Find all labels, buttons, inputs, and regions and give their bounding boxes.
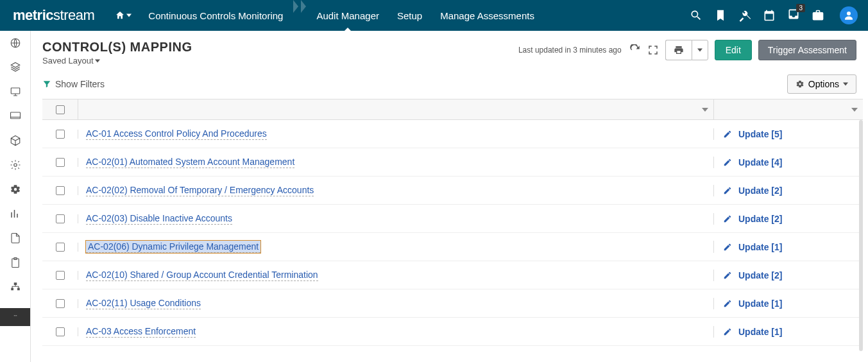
row-checkbox[interactable] — [56, 214, 65, 223]
update-link[interactable]: Update [1] — [738, 242, 782, 252]
trigger-assessment-button[interactable]: Trigger Assessment — [758, 40, 856, 60]
edit-icon[interactable] — [723, 271, 732, 280]
print-dropdown[interactable] — [692, 40, 708, 60]
edit-icon[interactable] — [723, 186, 732, 195]
fullscreen-icon[interactable] — [647, 44, 659, 56]
svg-point-11 — [15, 315, 15, 316]
row-checkbox-cell — [42, 186, 78, 195]
briefcase-icon[interactable] — [812, 9, 824, 22]
left-sidebar — [0, 31, 31, 362]
tools-icon[interactable] — [738, 9, 751, 22]
row-checkbox[interactable] — [56, 130, 65, 139]
sidebar-clipboard-icon[interactable] — [10, 257, 21, 268]
control-link[interactable]: AC-02(06) Dynamic Privilege Management — [86, 241, 260, 253]
show-filters-label: Show Filters — [55, 79, 105, 89]
svg-point-4 — [13, 164, 17, 167]
update-link[interactable]: Update [1] — [738, 327, 782, 337]
row-action-cell: Update [2] — [714, 270, 863, 280]
edit-icon[interactable] — [723, 327, 732, 336]
nav-item[interactable]: Continuous Controls Monitoring — [139, 0, 292, 31]
row-name-cell: AC-02(11) Usage Conditions — [78, 298, 714, 309]
nav-item[interactable]: Audit Manager — [307, 0, 388, 31]
caret-down-icon — [95, 59, 100, 63]
edit-icon[interactable] — [723, 130, 732, 139]
sidebar-more[interactable] — [0, 308, 30, 326]
sidebar-layers-icon[interactable] — [10, 62, 21, 73]
row-checkbox-cell — [42, 214, 78, 223]
saved-layout-dropdown[interactable]: Saved Layout — [42, 56, 192, 65]
header-name-cell[interactable] — [78, 99, 714, 119]
printer-icon — [674, 45, 684, 55]
row-checkbox-cell — [42, 243, 78, 252]
svg-rect-7 — [13, 282, 17, 285]
row-checkbox-cell — [42, 327, 78, 336]
row-checkbox[interactable] — [56, 158, 65, 167]
update-link[interactable]: Update [2] — [738, 214, 782, 224]
table-row: AC-02(10) Shared / Group Account Credent… — [42, 261, 863, 289]
notifications[interactable]: 3 — [787, 8, 800, 23]
row-name-cell: AC-02(01) Automated System Account Manag… — [78, 157, 714, 168]
control-link[interactable]: AC-02(01) Automated System Account Manag… — [86, 157, 294, 168]
print-button-group — [665, 40, 708, 60]
nav-home[interactable] — [107, 10, 139, 21]
refresh-icon[interactable] — [629, 44, 641, 56]
edit-icon[interactable] — [723, 214, 732, 223]
calendar-icon[interactable] — [763, 9, 776, 22]
svg-rect-9 — [17, 288, 20, 291]
row-checkbox-cell — [42, 158, 78, 167]
print-button[interactable] — [665, 40, 692, 60]
options-button[interactable]: Options — [787, 74, 856, 94]
row-checkbox[interactable] — [56, 186, 65, 195]
search-icon[interactable] — [690, 9, 702, 22]
page-title: CONTROL(S) MAPPING — [42, 40, 192, 55]
row-action-cell: Update [1] — [714, 327, 863, 337]
nav-item[interactable]: Setup — [388, 0, 431, 31]
update-link[interactable]: Update [2] — [738, 270, 782, 280]
edit-icon[interactable] — [723, 299, 732, 308]
row-checkbox[interactable] — [56, 243, 65, 252]
brand-logo[interactable]: metricstream — [0, 7, 107, 24]
update-link[interactable]: Update [4] — [738, 157, 782, 168]
row-checkbox-cell — [42, 299, 78, 308]
nav-item[interactable]: Manage Assessments — [431, 0, 543, 31]
show-filters-toggle[interactable]: Show Filters — [42, 79, 105, 89]
control-link[interactable]: AC-02(11) Usage Conditions — [86, 298, 201, 309]
control-link[interactable]: AC-02(02) Removal Of Temporary / Emergen… — [86, 185, 314, 196]
sidebar-monitor-icon[interactable] — [10, 86, 21, 98]
update-link[interactable]: Update [5] — [738, 129, 782, 139]
update-link[interactable]: Update [1] — [738, 298, 782, 309]
control-link[interactable]: AC-02(10) Shared / Group Account Credent… — [86, 270, 318, 281]
row-action-cell: Update [1] — [714, 298, 863, 309]
row-checkbox[interactable] — [56, 327, 65, 336]
update-link[interactable]: Update [2] — [738, 185, 782, 196]
sidebar-chart-icon[interactable] — [10, 208, 21, 220]
row-action-cell: Update [5] — [714, 129, 863, 139]
sidebar-settings-icon[interactable] — [10, 184, 21, 195]
sidebar-desktop-icon[interactable] — [10, 110, 21, 122]
row-checkbox[interactable] — [56, 299, 65, 308]
control-link[interactable]: AC-01 Access Control Policy And Procedur… — [86, 128, 267, 140]
sidebar-gear-icon[interactable] — [10, 159, 21, 171]
control-link[interactable]: AC-03 Access Enforcement — [86, 326, 196, 338]
edit-icon[interactable] — [723, 243, 732, 252]
options-label: Options — [808, 79, 839, 89]
scrollbar[interactable] — [859, 120, 863, 351]
row-name-cell: AC-02(03) Disable Inactive Accounts — [78, 213, 714, 225]
edit-button[interactable]: Edit — [715, 40, 752, 60]
sidebar-org-icon[interactable] — [10, 281, 21, 293]
row-action-cell: Update [1] — [714, 242, 863, 252]
bookmark-icon[interactable] — [714, 9, 727, 22]
edit-icon[interactable] — [723, 158, 732, 167]
sidebar-document-icon[interactable] — [10, 232, 21, 244]
row-action-cell: Update [2] — [714, 214, 863, 224]
table-row: AC-02(02) Removal Of Temporary / Emergen… — [42, 177, 863, 205]
select-all-checkbox[interactable] — [56, 105, 65, 114]
control-link[interactable]: AC-02(03) Disable Inactive Accounts — [86, 213, 232, 225]
user-icon — [843, 10, 855, 21]
sidebar-package-icon[interactable] — [10, 135, 21, 146]
user-avatar[interactable] — [840, 6, 858, 24]
row-checkbox[interactable] — [56, 271, 65, 280]
sort-icon — [851, 107, 858, 113]
header-action-cell[interactable] — [714, 99, 863, 119]
sidebar-globe-icon[interactable] — [10, 37, 21, 49]
